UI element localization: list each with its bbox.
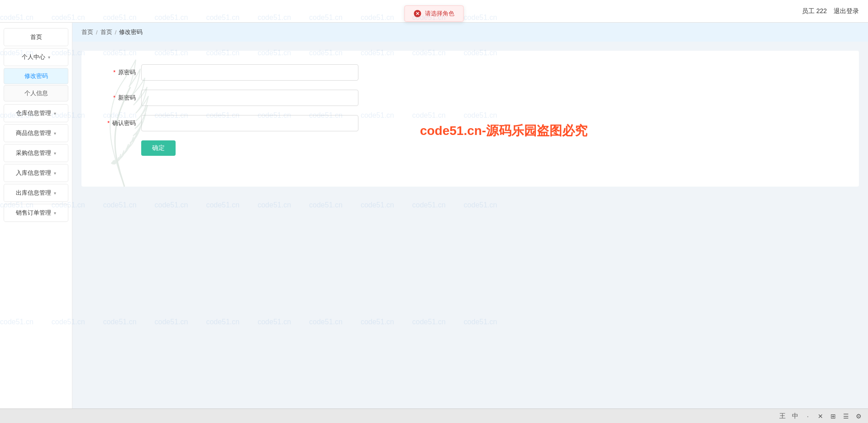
sidebar-item-purchase: 采购信息管理 ▾ — [4, 144, 68, 162]
sidebar-sub-modify-password: 修改密码 — [4, 68, 68, 84]
taskbar-icon-grid[interactable]: ⊞ — [828, 411, 838, 421]
taskbar-icon-lang[interactable]: 中 — [790, 411, 800, 421]
personal-info-label: 个人信息 — [24, 90, 48, 96]
personal-info-button[interactable]: 个人信息 — [4, 85, 68, 101]
breadcrumb-current: 修改密码 — [119, 28, 143, 36]
sidebar-item-sales: 销售订单管理 ▾ — [4, 204, 68, 222]
purchase-manage-label: 采购信息管理 — [16, 149, 51, 157]
form-area: * 原密码 * 新密码 * 确认密码 — [81, 51, 859, 187]
employee-label: 员工 222 — [802, 7, 827, 15]
main-content: 首页 / 首页 / 修改密码 * 原密码 * 新密码 — [72, 23, 868, 423]
breadcrumb-home1[interactable]: 首页 — [81, 28, 93, 36]
new-password-label: * 新密码 — [100, 94, 136, 102]
taskbar: 王 中 · ✕ ⊞ ☰ ⚙ — [0, 409, 868, 423]
warehouse-chevron: ▾ — [54, 111, 56, 116]
home-label: 首页 — [30, 33, 42, 41]
breadcrumb-sep2: / — [115, 29, 117, 36]
old-password-input[interactable] — [141, 64, 358, 81]
personal-center-chevron: ▾ — [48, 55, 50, 60]
error-notification: ✕ 请选择角色 — [405, 5, 464, 22]
old-password-row: * 原密码 — [100, 64, 841, 81]
home-button[interactable]: 首页 — [4, 28, 68, 46]
inbound-manage-button[interactable]: 入库信息管理 ▾ — [4, 164, 68, 182]
taskbar-icon-dot[interactable]: · — [803, 411, 813, 421]
decorative-feather — [91, 42, 181, 178]
confirm-password-label: * 确认密码 — [100, 119, 136, 127]
sidebar-sub-personal-info: 个人信息 — [4, 85, 68, 101]
sidebar-item-goods: 商品信息管理 ▾ — [4, 124, 68, 142]
warehouse-manage-label: 仓库信息管理 — [16, 109, 51, 117]
personal-center-label: 个人中心 — [22, 53, 45, 61]
layout: 首页 个人中心 ▾ 修改密码 个人信息 仓库信息管理 ▾ — [0, 23, 868, 423]
sidebar: 首页 个人中心 ▾ 修改密码 个人信息 仓库信息管理 ▾ — [0, 23, 72, 423]
outbound-manage-button[interactable]: 出库信息管理 ▾ — [4, 184, 68, 202]
new-password-row: * 新密码 — [100, 90, 841, 106]
sidebar-item-outbound: 出库信息管理 ▾ — [4, 184, 68, 202]
error-message: 请选择角色 — [425, 10, 454, 18]
confirm-password-input[interactable] — [141, 115, 358, 131]
taskbar-icon-menu[interactable]: ☰ — [841, 411, 851, 421]
modify-password-button[interactable]: 修改密码 — [4, 68, 68, 84]
outbound-chevron: ▾ — [54, 191, 56, 196]
confirm-button-row: 确定 — [100, 140, 841, 156]
old-password-label: * 原密码 — [100, 68, 136, 77]
error-icon: ✕ — [414, 10, 421, 17]
taskbar-icon-settings[interactable]: ⚙ — [854, 411, 863, 421]
personal-center-button[interactable]: 个人中心 ▾ — [4, 48, 68, 66]
goods-manage-button[interactable]: 商品信息管理 ▾ — [4, 124, 68, 142]
taskbar-icon-close[interactable]: ✕ — [816, 411, 825, 421]
purchase-manage-button[interactable]: 采购信息管理 ▾ — [4, 144, 68, 162]
purchase-chevron: ▾ — [54, 151, 56, 156]
header-right: 员工 222 退出登录 — [802, 7, 859, 15]
warehouse-manage-button[interactable]: 仓库信息管理 ▾ — [4, 104, 68, 122]
outbound-manage-label: 出库信息管理 — [16, 189, 51, 197]
confirm-button[interactable]: 确定 — [141, 140, 176, 156]
inbound-chevron: ▾ — [54, 171, 56, 176]
sidebar-item-personal-center: 个人中心 ▾ — [4, 48, 68, 66]
sidebar-item-home: 首页 — [4, 28, 68, 46]
sidebar-item-inbound: 入库信息管理 ▾ — [4, 164, 68, 182]
sidebar-item-warehouse: 仓库信息管理 ▾ — [4, 104, 68, 122]
inbound-manage-label: 入库信息管理 — [16, 169, 51, 177]
goods-manage-label: 商品信息管理 — [16, 129, 51, 137]
taskbar-icon-user[interactable]: 王 — [777, 411, 787, 421]
sales-chevron: ▾ — [54, 211, 56, 216]
goods-chevron: ▾ — [54, 131, 56, 136]
breadcrumb-sep1: / — [96, 29, 98, 36]
sales-manage-label: 销售订单管理 — [16, 209, 51, 217]
confirm-password-row: * 确认密码 — [100, 115, 841, 131]
breadcrumb-home2[interactable]: 首页 — [100, 28, 112, 36]
new-password-input[interactable] — [141, 90, 358, 106]
modify-password-label: 修改密码 — [24, 72, 48, 79]
logout-button[interactable]: 退出登录 — [834, 7, 859, 15]
breadcrumb: 首页 / 首页 / 修改密码 — [72, 23, 868, 42]
sales-manage-button[interactable]: 销售订单管理 ▾ — [4, 204, 68, 222]
